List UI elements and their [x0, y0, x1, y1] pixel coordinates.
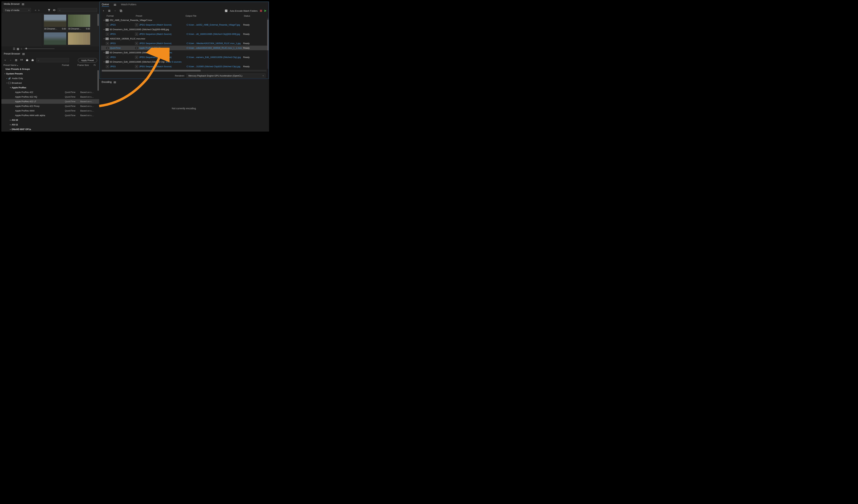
format-dropdown[interactable]: ▾: [106, 42, 109, 45]
folder-tree[interactable]: [1, 13, 43, 47]
stop-queue-button[interactable]: [260, 10, 262, 12]
format-dropdown[interactable]: ▾: [106, 33, 109, 36]
panel-menu-icon[interactable]: [114, 4, 116, 6]
show-sources-link[interactable]: Show 3 sources: [156, 51, 172, 54]
horizontal-scrollbar[interactable]: [102, 70, 267, 71]
queue-source-row[interactable]: ▾00 Dreamers_Edit_1808310085 (Stitched (…: [101, 60, 267, 64]
preset-link[interactable]: JPEG Sequence (Match Source): [139, 23, 172, 26]
queue-output-row[interactable]: ▾JPEG▾JPEG Sequence (Match Source)C:\Use…: [101, 22, 267, 27]
preset-item[interactable]: Apple ProRes 422 HQQuickTimeBased on s…: [1, 95, 99, 99]
preset-dropdown[interactable]: ▾: [135, 65, 138, 68]
thumbnail-size-slider[interactable]: [24, 48, 54, 49]
output-file-link[interactable]: C:\User…ia\052_AMB_External_Rwanda_Villa…: [187, 23, 243, 26]
queue-source-row[interactable]: ▾A002C004_160508_R1JC.mov.mov: [101, 36, 267, 41]
preset-dropdown[interactable]: ▾: [135, 23, 138, 27]
queue-output-row[interactable]: ▾JPEG▾JPEG Sequence (Match Source)C:\Use…: [101, 55, 267, 60]
as11-group[interactable]: ▸AS-11: [1, 122, 99, 127]
import-preset-icon[interactable]: [26, 59, 29, 62]
col-format[interactable]: Format: [62, 64, 77, 66]
remove-preset-icon[interactable]: －: [9, 59, 12, 62]
col-output-file[interactable]: Output File: [186, 15, 244, 17]
nav-back-icon[interactable]: ◄: [34, 9, 37, 12]
format-dropdown[interactable]: ▾: [106, 47, 109, 50]
col-preset[interactable]: Preset: [136, 15, 186, 17]
preset-settings-icon[interactable]: [14, 59, 18, 62]
panel-menu-icon[interactable]: [22, 53, 25, 55]
media-thumbnail[interactable]: 00 Dreamer…5:00: [68, 15, 90, 31]
col-preset-name[interactable]: Preset Name: [3, 64, 16, 66]
queue-output-row[interactable]: ▾JPEG▾JPEG Sequence (Match Source)C:\Use…: [101, 32, 267, 36]
output-file-link[interactable]: C:\User…\Media\A002C004_160508_R1JC.mov_…: [187, 42, 243, 45]
format-link[interactable]: JPEG: [110, 23, 135, 26]
duplicate-icon[interactable]: [119, 9, 123, 13]
panel-menu-icon[interactable]: [114, 81, 116, 83]
scrollbar-thumb[interactable]: [97, 70, 99, 91]
format-link[interactable]: QuickTime: [110, 47, 135, 49]
preset-options-icon[interactable]: [20, 59, 23, 62]
output-file-link[interactable]: C:\User…310085 (Stitched Clip)620 (Stitc…: [187, 65, 243, 68]
preset-item[interactable]: Apple ProRes 4444 with alphaQuickTimeBas…: [1, 113, 99, 118]
format-dropdown[interactable]: ▾: [106, 56, 109, 59]
output-file-link[interactable]: C:\User…eamers_Edit_1808310056 (Stitched…: [187, 56, 243, 59]
format-dropdown[interactable]: ▾: [106, 23, 109, 27]
preset-dropdown[interactable]: ▾: [135, 56, 138, 59]
add-preset-icon[interactable]: ＋: [3, 59, 7, 62]
apply-preset-button[interactable]: Apply Preset: [78, 58, 97, 62]
as10-group[interactable]: ▸AS-10: [1, 118, 99, 122]
tab-queue[interactable]: Queue: [102, 3, 109, 7]
col-status[interactable]: Status: [244, 15, 265, 17]
renderer-dropdown[interactable]: Mercury Playback Engine GPU Acceleration…: [187, 74, 266, 78]
list-view-icon[interactable]: ☰: [13, 47, 15, 50]
output-file-link[interactable]: C:\User…dit_1808310085 (Stitched Clip)[0…: [187, 33, 243, 35]
grid-view-icon[interactable]: ▦: [17, 47, 19, 50]
preset-item[interactable]: Apple ProRes 422QuickTimeBased on s…: [1, 90, 99, 95]
col-frame-size[interactable]: Frame Size: [77, 64, 94, 66]
preset-item[interactable]: Apple ProRes 422 LTQuickTimeBased on s…: [1, 99, 99, 104]
start-queue-button[interactable]: [265, 10, 267, 12]
tab-watch-folders[interactable]: Watch Folders: [121, 3, 137, 6]
queue-settings-icon[interactable]: [108, 9, 111, 13]
queue-output-row[interactable]: ▾JPEG▾JPEG Sequence (Match Source)C:\Use…: [101, 64, 267, 69]
user-presets-group[interactable]: User Presets & Groups: [1, 67, 99, 71]
remove-source-icon[interactable]: －: [113, 9, 117, 13]
zoom-out-icon[interactable]: ○: [20, 47, 22, 50]
queue-output-row[interactable]: ▾QuickTime▾Apple ProRes 422 LTC:\User…ed…: [101, 46, 267, 50]
preview-icon[interactable]: [52, 9, 56, 12]
preset-dropdown[interactable]: ▾: [135, 42, 138, 45]
media-thumbnail[interactable]: [44, 32, 66, 45]
format-link[interactable]: JPEG: [110, 65, 135, 68]
queue-source-row[interactable]: ▾00 Dreamers_Edit_1808310056 (Stitched C…: [101, 50, 267, 55]
scrollbar-thumb[interactable]: [97, 14, 99, 26]
output-file-link[interactable]: C:\User…edia\A002C004_160508_R1JC.mov_1_…: [187, 47, 243, 49]
preset-search-input[interactable]: ⌕: [36, 58, 69, 62]
auto-encode-checkbox[interactable]: ✓: [225, 10, 227, 12]
preset-link[interactable]: Apple ProRes 422 LT: [139, 47, 160, 49]
format-dropdown[interactable]: ▾: [106, 65, 109, 68]
col-format[interactable]: Format: [107, 15, 136, 17]
format-link[interactable]: JPEG: [110, 56, 135, 59]
media-search-input[interactable]: ⌕: [58, 8, 97, 12]
preset-link[interactable]: JPEG Sequence (Match Source): [139, 33, 172, 35]
media-thumbnail[interactable]: 00 Dreamer…5:00: [44, 15, 66, 31]
media-thumbnail[interactable]: [68, 32, 90, 45]
preset-link[interactable]: JPEG Sequence (Match Source): [139, 56, 172, 59]
filter-icon[interactable]: [47, 9, 51, 12]
preset-item[interactable]: Apple ProRes 4444QuickTimeBased on s…: [1, 109, 99, 113]
queue-source-row[interactable]: ▾052_AMB_External_Rwanda_VillageT.mov: [101, 18, 267, 22]
dnxhd-group[interactable]: ▸DNxHD MXF OP1a: [1, 127, 99, 132]
preset-link[interactable]: JPEG Sequence (Match Source): [139, 65, 172, 68]
apple-prores-group[interactable]: ▾Apple ProRes: [1, 85, 99, 90]
queue-source-row[interactable]: ▾00 Dreamers_Edit_1808310085 (Stitched C…: [101, 27, 267, 32]
preset-item[interactable]: Apple ProRes 422 ProxyQuickTimeBased on …: [1, 104, 99, 109]
preset-dropdown[interactable]: ▾: [135, 47, 138, 50]
preset-link[interactable]: JPEG Sequence (Match Source): [139, 42, 172, 45]
queue-output-row[interactable]: ▾JPEG▾JPEG Sequence (Match Source)C:\Use…: [101, 41, 267, 46]
media-location-dropdown[interactable]: Copy of media ▾: [3, 8, 31, 12]
format-link[interactable]: JPEG: [110, 33, 135, 35]
col-fr[interactable]: Fr: [94, 64, 97, 66]
show-sources-link[interactable]: Show 5 sources: [165, 61, 181, 63]
system-presets-group[interactable]: ▾System Presets: [1, 71, 99, 76]
nav-forward-icon[interactable]: ►: [38, 9, 41, 12]
format-link[interactable]: JPEG: [110, 42, 135, 45]
export-preset-icon[interactable]: [31, 59, 34, 62]
